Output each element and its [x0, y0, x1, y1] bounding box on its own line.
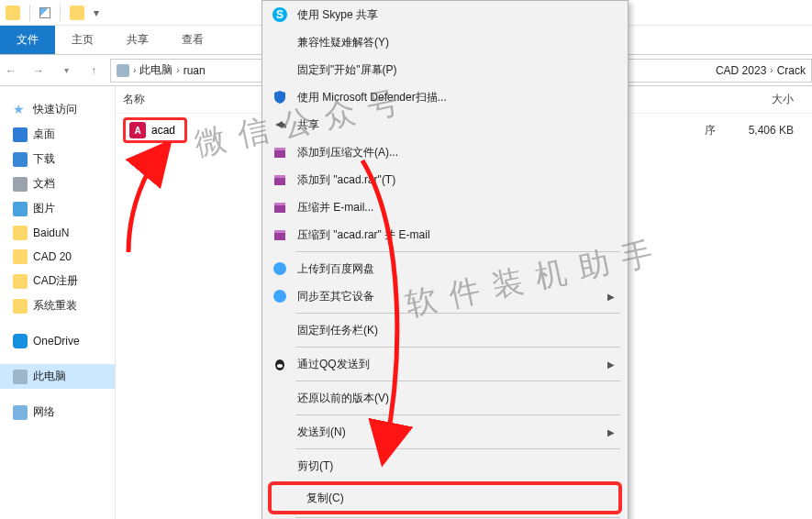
- breadcrumb-seg[interactable]: CAD 2023 ›: [716, 64, 773, 77]
- onedrive-icon: [13, 334, 28, 348]
- menu-separator: [295, 313, 620, 314]
- sidebar-item-cadreg[interactable]: CAD注册: [0, 269, 115, 293]
- sidebar-item-label: 文档: [33, 176, 55, 192]
- ctx-share[interactable]: 共享: [262, 111, 628, 138]
- tab-share[interactable]: 共享: [110, 26, 165, 54]
- network-icon: [13, 405, 28, 420]
- ctx-label: 复制(C): [306, 491, 344, 506]
- tab-view[interactable]: 查看: [165, 26, 220, 54]
- ctx-compress-rar-email[interactable]: 压缩到 "acad.rar" 并 E-mail: [262, 221, 628, 248]
- ctx-restore-previous[interactable]: 还原以前的版本(V): [262, 384, 628, 412]
- chevron-right-icon: ›: [133, 65, 136, 75]
- nav-recent[interactable]: ▾: [55, 60, 77, 82]
- tab-file[interactable]: 文件: [0, 26, 55, 54]
- ctx-label: 通过QQ发送到: [297, 357, 370, 372]
- sidebar-item-documents[interactable]: 文档: [0, 171, 115, 196]
- qat-overflow[interactable]: ▾: [94, 6, 99, 19]
- svg-point-13: [277, 364, 283, 368]
- ctx-label: 兼容性疑难解答(Y): [297, 35, 389, 50]
- share-icon: [272, 116, 288, 133]
- svg-point-11: [273, 290, 286, 303]
- folder-icon: [6, 6, 20, 20]
- svg-rect-9: [274, 230, 285, 233]
- documents-icon: [13, 177, 28, 192]
- ctx-pin-taskbar[interactable]: 固定到任务栏(K): [262, 316, 628, 344]
- ctx-add-acad-rar[interactable]: 添加到 "acad.rar"(T): [262, 166, 628, 193]
- chevron-right-icon: ▶: [607, 427, 615, 437]
- ctx-defender-scan[interactable]: 使用 Microsoft Defender扫描...: [262, 83, 628, 111]
- folder-icon: [13, 249, 28, 264]
- ctx-qq-send[interactable]: 通过QQ发送到▶: [262, 350, 628, 378]
- ctx-label: 固定到"开始"屏幕(P): [297, 62, 397, 78]
- sidebar-quick-access[interactable]: ★快速访问: [0, 97, 115, 122]
- ctx-compat-troubleshoot[interactable]: 兼容性疑难解答(Y): [262, 28, 628, 56]
- sidebar-item-label: 此电脑: [33, 369, 66, 384]
- ctx-label: 压缩并 E-mail...: [297, 200, 373, 215]
- col-size-header[interactable]: 大小: [713, 92, 805, 107]
- menu-separator: [295, 381, 620, 381]
- ctx-baidu-upload[interactable]: 上传到百度网盘: [262, 255, 628, 282]
- breadcrumb-seg[interactable]: 此电脑 ›: [139, 62, 179, 78]
- chevron-right-icon: ▶: [607, 292, 615, 302]
- sidebar: ★快速访问 桌面 下载 文档 图片 BaiduN CAD 20 CAD注册 系统…: [0, 86, 116, 519]
- ctx-label: 上传到百度网盘: [297, 261, 374, 277]
- ctx-label: 压缩到 "acad.rar" 并 E-mail: [297, 227, 430, 243]
- sidebar-item-label: 快速访问: [33, 102, 77, 117]
- annotation-highlight: 复制(C): [268, 481, 622, 514]
- sidebar-item-label: CAD注册: [33, 273, 78, 289]
- folder-icon: [13, 274, 28, 289]
- ctx-skype-share[interactable]: S使用 Skype 共享: [262, 1, 628, 28]
- sidebar-thispc[interactable]: 此电脑: [0, 364, 115, 389]
- chevron-right-icon: ▶: [607, 359, 615, 370]
- sidebar-item-cad20[interactable]: CAD 20: [0, 245, 115, 269]
- sidebar-network[interactable]: 网络: [0, 400, 115, 425]
- ctx-copy[interactable]: 复制(C): [272, 485, 618, 511]
- sidebar-item-downloads[interactable]: 下载: [0, 147, 115, 171]
- ctx-baidu-sync[interactable]: 同步至其它设备▶: [262, 282, 628, 310]
- shield-icon: [272, 89, 288, 105]
- ctx-add-archive[interactable]: 添加到压缩文件(A)...: [262, 138, 628, 166]
- ctx-label: 剪切(T): [297, 458, 333, 474]
- separator: [60, 5, 61, 21]
- ctx-cut[interactable]: 剪切(T): [262, 452, 628, 480]
- nav-up[interactable]: ↑: [83, 60, 105, 82]
- svg-rect-7: [274, 203, 285, 205]
- sidebar-item-desktop[interactable]: 桌面: [0, 122, 115, 147]
- folder-icon: [70, 6, 84, 20]
- breadcrumb-seg[interactable]: Crack: [777, 64, 806, 77]
- app-icon: A: [129, 122, 146, 138]
- ctx-label: 添加到压缩文件(A)...: [297, 145, 398, 160]
- sidebar-item-label: 桌面: [33, 127, 55, 142]
- ctx-compress-email[interactable]: 压缩并 E-mail...: [262, 193, 628, 221]
- menu-separator: [295, 347, 620, 348]
- svg-rect-5: [274, 175, 285, 178]
- annotation-highlight: A acad: [123, 117, 187, 143]
- nav-forward[interactable]: →: [28, 60, 50, 82]
- tab-home[interactable]: 主页: [55, 26, 110, 54]
- sidebar-onedrive[interactable]: OneDrive: [0, 329, 115, 353]
- ctx-label: 使用 Microsoft Defender扫描...: [297, 90, 447, 105]
- sidebar-item-pictures[interactable]: 图片: [0, 196, 115, 221]
- sidebar-item-label: BaiduN: [33, 226, 69, 239]
- ctx-send-to[interactable]: 发送到(N)▶: [262, 418, 628, 446]
- sidebar-item-baidu[interactable]: BaiduN: [0, 221, 115, 245]
- ctx-label: 添加到 "acad.rar"(T): [297, 172, 395, 188]
- sidebar-item-sysrest[interactable]: 系统重装: [0, 293, 115, 318]
- context-menu: S使用 Skype 共享 兼容性疑难解答(Y) 固定到"开始"屏幕(P) 使用 …: [261, 0, 628, 519]
- pc-icon: [13, 370, 28, 384]
- desktop-icon: [13, 127, 28, 142]
- baidu-icon: [272, 288, 288, 304]
- ctx-label: 固定到任务栏(K): [297, 323, 378, 338]
- sidebar-item-label: CAD 20: [33, 250, 72, 263]
- ctx-pin-start[interactable]: 固定到"开始"屏幕(P): [262, 56, 628, 83]
- breadcrumb-seg[interactable]: ruan: [184, 64, 206, 77]
- separator: [29, 5, 30, 21]
- qat-checkbox[interactable]: [39, 7, 50, 18]
- nav-back[interactable]: ←: [0, 60, 22, 82]
- ctx-label: 同步至其它设备: [297, 289, 374, 304]
- file-type: 序: [705, 123, 741, 138]
- skype-icon: S: [272, 6, 288, 23]
- sidebar-item-label: OneDrive: [33, 335, 80, 348]
- rar-icon: [272, 226, 288, 243]
- ctx-label: 共享: [297, 117, 319, 133]
